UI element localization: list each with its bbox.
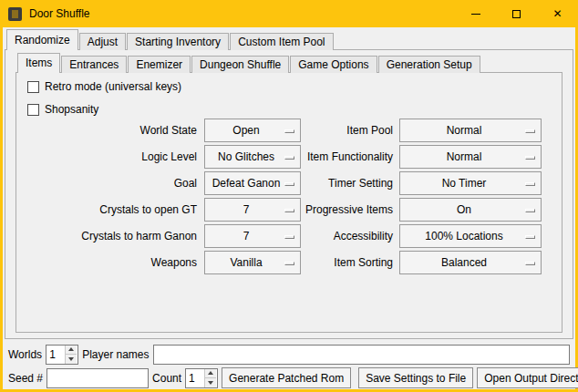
down-arrow-icon — [208, 381, 213, 385]
item-functionality-label: Item Functionality — [213, 145, 393, 169]
field-row: Goal Defeat Ganon Timer Setting No Timer — [16, 171, 562, 195]
maximize-icon — [512, 10, 521, 18]
outer-tab-bar: Randomize Adjust Starting Inventory Cust… — [6, 29, 335, 50]
worlds-label: Worlds — [8, 348, 42, 361]
player-names-input[interactable] — [153, 345, 571, 365]
dropdown-value: Normal — [447, 150, 495, 163]
crystals-harm-ganon-label: Crystals to harm Ganon — [16, 224, 197, 248]
spinbox-arrows — [65, 346, 77, 364]
count-spinbox-input[interactable] — [186, 369, 204, 387]
crystals-open-gt-label: Crystals to open GT — [16, 198, 197, 222]
progressive-items-dropdown[interactable]: On — [399, 198, 542, 222]
dropdown-indicator-icon — [525, 129, 535, 133]
count-spin-down-button[interactable] — [205, 378, 216, 387]
app-icon — [8, 7, 22, 21]
tab-custom-item-pool[interactable]: Custom Item Pool — [230, 33, 333, 50]
worlds-spinbox-input[interactable] — [46, 346, 65, 364]
item-sorting-label: Item Sorting — [213, 251, 393, 274]
checkbox-box[interactable] — [27, 81, 39, 93]
timer-setting-label: Timer Setting — [213, 171, 393, 195]
checkbox-label: Retro mode (universal keys) — [45, 80, 181, 93]
accessibility-label: Accessibility — [213, 224, 393, 248]
tab-starting-inventory[interactable]: Starting Inventory — [127, 33, 229, 50]
player-names-label: Player names — [82, 348, 149, 361]
field-row: Logic Level No Glitches Item Functionali… — [16, 145, 562, 169]
dropdown-value: No Timer — [442, 177, 500, 190]
window-title: Door Shuffle — [29, 7, 90, 20]
seed-input[interactable] — [46, 368, 149, 388]
world-state-label: World State — [16, 119, 197, 142]
tab-dungeon-shuffle[interactable]: Dungeon Shuffle — [191, 56, 289, 73]
items-pane: Retro mode (universal keys) Shopsanity W… — [15, 72, 563, 333]
worlds-spin-down-button[interactable] — [66, 355, 77, 364]
progressive-items-label: Progressive Items — [213, 198, 393, 222]
dropdown-indicator-icon — [525, 209, 535, 212]
maximize-button[interactable] — [496, 0, 537, 27]
spinbox-arrows — [204, 369, 216, 387]
count-spinbox[interactable] — [185, 368, 218, 388]
tab-generation-setup[interactable]: Generation Setup — [378, 56, 480, 73]
content-area: Randomize Adjust Starting Inventory Cust… — [3, 27, 575, 389]
dropdown-indicator-icon — [525, 262, 535, 265]
dropdown-value: 100% Locations — [425, 230, 515, 242]
dropdown-value: On — [457, 203, 484, 216]
count-spin-up-button[interactable] — [205, 369, 216, 379]
tab-enemizer[interactable]: Enemizer — [128, 56, 191, 73]
weapons-label: Weapons — [16, 251, 197, 274]
item-functionality-dropdown[interactable]: Normal — [399, 145, 542, 169]
generate-patched-rom-button[interactable]: Generate Patched Rom — [222, 367, 351, 388]
worlds-row: Worlds Player names — [5, 344, 573, 365]
checkbox-box[interactable] — [27, 104, 39, 116]
save-settings-button[interactable]: Save Settings to File — [358, 367, 473, 388]
minimize-icon — [471, 14, 480, 15]
dropdown-value: Balanced — [441, 256, 500, 269]
minimize-button[interactable] — [455, 0, 496, 27]
worlds-spinbox[interactable] — [46, 345, 78, 365]
open-output-directory-button[interactable]: Open Output Directory — [477, 367, 578, 388]
item-pool-dropdown[interactable]: Normal — [399, 119, 542, 142]
window: Door Shuffle ✕ Randomize Adjust Starting… — [0, 0, 578, 392]
dropdown-value: Normal — [447, 124, 495, 137]
accessibility-dropdown[interactable]: 100% Locations — [399, 224, 542, 248]
item-pool-label: Item Pool — [213, 119, 393, 142]
up-arrow-icon — [208, 371, 213, 375]
down-arrow-icon — [68, 357, 74, 361]
timer-setting-dropdown[interactable]: No Timer — [399, 171, 542, 195]
dropdown-indicator-icon — [525, 156, 535, 160]
tab-adjust[interactable]: Adjust — [79, 33, 126, 50]
field-row: World State Open Item Pool Normal — [16, 119, 562, 142]
retro-mode-checkbox[interactable]: Retro mode (universal keys) — [27, 80, 181, 93]
logic-level-label: Logic Level — [16, 145, 197, 169]
checkbox-label: Shopsanity — [45, 103, 98, 116]
seed-row: Seed # Count Generate Patched Rom Save S… — [5, 367, 573, 388]
dropdown-indicator-icon — [525, 182, 535, 186]
close-icon: ✕ — [552, 8, 562, 19]
seed-label: Seed # — [8, 372, 43, 385]
worlds-spin-up-button[interactable] — [66, 346, 77, 356]
titlebar: Door Shuffle ✕ — [0, 0, 578, 27]
count-label: Count — [152, 372, 181, 385]
field-row: Crystals to harm Ganon 7 Accessibility 1… — [16, 224, 562, 248]
item-sorting-dropdown[interactable]: Balanced — [399, 251, 542, 274]
tab-items[interactable]: Items — [17, 53, 60, 73]
close-button[interactable]: ✕ — [537, 0, 578, 27]
goal-label: Goal — [16, 171, 197, 195]
dropdown-indicator-icon — [525, 235, 535, 239]
field-row: Crystals to open GT 7 Progressive Items … — [16, 198, 562, 222]
tab-entrances[interactable]: Entrances — [61, 56, 127, 73]
window-controls: ✕ — [455, 0, 578, 27]
tab-game-options[interactable]: Game Options — [290, 56, 377, 73]
field-row: Weapons Vanilla Item Sorting Balanced — [16, 251, 562, 274]
inner-tab-bar: Items Entrances Enemizer Dungeon Shuffle… — [17, 53, 481, 73]
tab-randomize[interactable]: Randomize — [6, 29, 78, 50]
up-arrow-icon — [68, 347, 74, 351]
shopsanity-checkbox[interactable]: Shopsanity — [27, 103, 98, 116]
